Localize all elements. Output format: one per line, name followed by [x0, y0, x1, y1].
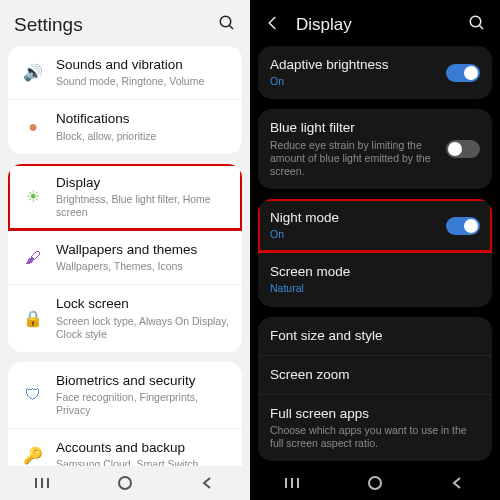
row-label: Night mode [270, 210, 438, 226]
settings-row-display[interactable]: ☀DisplayBrightness, Blue light filter, H… [8, 164, 242, 230]
svg-point-11 [369, 477, 381, 489]
theme-icon: 🖌 [20, 249, 46, 267]
display-group: Night modeOnScreen modeNatural [258, 199, 492, 307]
row-label: Accounts and backup [56, 440, 230, 456]
display-icon: ☀ [20, 187, 46, 206]
settings-pane: Settings 🔊Sounds and vibrationSound mode… [0, 0, 250, 500]
display-row-screen-zoom[interactable]: Screen zoom [258, 355, 492, 394]
nav-bar [250, 466, 500, 500]
svg-line-1 [229, 25, 233, 29]
volume-icon: 🔊 [20, 63, 46, 82]
row-subtitle: Wallpapers, Themes, Icons [56, 260, 230, 273]
display-header: Display [250, 0, 500, 46]
row-subtitle: Sound mode, Ringtone, Volume [56, 75, 230, 88]
row-label: Full screen apps [270, 406, 480, 422]
settings-row-accounts-and-backup[interactable]: 🔑Accounts and backupSamsung Cloud, Smart… [8, 428, 242, 466]
row-label: Biometrics and security [56, 373, 230, 389]
row-label: Screen zoom [270, 367, 480, 383]
row-subtitle: Samsung Cloud, Smart Switch [56, 458, 230, 466]
search-icon[interactable] [218, 14, 236, 36]
back-icon[interactable] [264, 14, 282, 36]
display-group: Adaptive brightnessOn [258, 46, 492, 99]
display-group: Font size and styleScreen zoomFull scree… [258, 317, 492, 462]
row-subtitle: Face recognition, Fingerprints, Privacy [56, 391, 230, 417]
display-row-adaptive-brightness[interactable]: Adaptive brightnessOn [258, 46, 492, 99]
nav-bar [0, 466, 250, 500]
display-row-blue-light-filter[interactable]: Blue light filterReduce eye strain by li… [258, 109, 492, 189]
display-group: Blue light filterReduce eye strain by li… [258, 109, 492, 189]
page-title: Display [296, 15, 352, 35]
lock-icon: 🔒 [20, 309, 46, 328]
toggle-switch[interactable] [446, 217, 480, 235]
search-icon[interactable] [468, 14, 486, 36]
key-icon: 🔑 [20, 446, 46, 465]
display-list: Adaptive brightnessOnBlue light filterRe… [250, 46, 500, 466]
settings-row-lock-screen[interactable]: 🔒Lock screenScreen lock type, Always On … [8, 284, 242, 351]
row-label: Lock screen [56, 296, 230, 312]
row-subtitle: Natural [270, 282, 480, 295]
row-label: Wallpapers and themes [56, 242, 230, 258]
home-button[interactable] [365, 473, 385, 493]
row-label: Adaptive brightness [270, 57, 438, 73]
settings-row-biometrics-and-security[interactable]: 🛡Biometrics and securityFace recognition… [8, 362, 242, 428]
display-row-night-mode[interactable]: Night modeOn [258, 199, 492, 252]
settings-group: ☀DisplayBrightness, Blue light filter, H… [8, 164, 242, 352]
home-button[interactable] [115, 473, 135, 493]
row-label: Display [56, 175, 230, 191]
recent-apps-button[interactable] [32, 473, 52, 493]
row-label: Notifications [56, 111, 230, 127]
row-subtitle: On [270, 228, 438, 241]
shield-icon: 🛡 [20, 386, 46, 404]
display-row-full-screen-apps[interactable]: Full screen appsChoose which apps you wa… [258, 394, 492, 461]
svg-point-5 [119, 477, 131, 489]
row-subtitle: Block, allow, prioritize [56, 130, 230, 143]
settings-list: 🔊Sounds and vibrationSound mode, Rington… [0, 46, 250, 466]
row-subtitle: Reduce eye strain by limiting the amount… [270, 139, 438, 178]
toggle-switch[interactable] [446, 64, 480, 82]
settings-group: 🔊Sounds and vibrationSound mode, Rington… [8, 46, 242, 154]
notify-icon: ● [20, 118, 46, 136]
recent-apps-button[interactable] [282, 473, 302, 493]
settings-row-notifications[interactable]: ●NotificationsBlock, allow, prioritize [8, 99, 242, 153]
display-row-screen-mode[interactable]: Screen modeNatural [258, 252, 492, 306]
settings-row-sounds-and-vibration[interactable]: 🔊Sounds and vibrationSound mode, Rington… [8, 46, 242, 99]
row-label: Blue light filter [270, 120, 438, 136]
row-label: Sounds and vibration [56, 57, 230, 73]
back-button[interactable] [198, 473, 218, 493]
svg-point-0 [220, 16, 231, 27]
row-subtitle: Brightness, Blue light filter, Home scre… [56, 193, 230, 219]
display-settings-pane: Display Adaptive brightnessOnBlue light … [250, 0, 500, 500]
row-subtitle: On [270, 75, 438, 88]
svg-point-6 [470, 16, 481, 27]
row-subtitle: Choose which apps you want to use in the… [270, 424, 480, 450]
display-row-font-size-and-style[interactable]: Font size and style [258, 317, 492, 355]
row-subtitle: Screen lock type, Always On Display, Clo… [56, 315, 230, 341]
toggle-switch[interactable] [446, 140, 480, 158]
page-title: Settings [14, 14, 83, 36]
settings-header: Settings [0, 0, 250, 46]
row-label: Font size and style [270, 328, 480, 344]
svg-line-7 [479, 25, 483, 29]
settings-row-wallpapers-and-themes[interactable]: 🖌Wallpapers and themesWallpapers, Themes… [8, 230, 242, 284]
row-label: Screen mode [270, 264, 480, 280]
back-button[interactable] [448, 473, 468, 493]
settings-group: 🛡Biometrics and securityFace recognition… [8, 362, 242, 466]
